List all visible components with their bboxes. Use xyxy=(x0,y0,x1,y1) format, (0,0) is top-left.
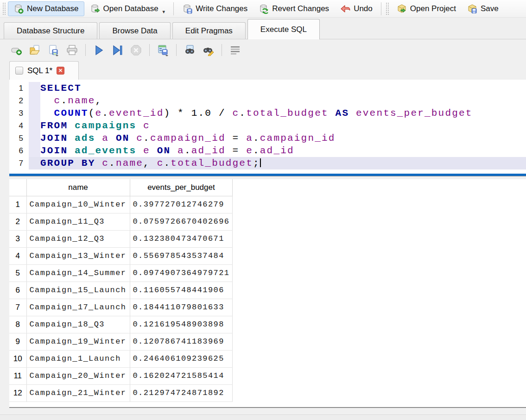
editor-results-splitter[interactable] xyxy=(9,174,526,179)
table-row[interactable]: 11Campaign_20_Winter0.162024721585414 xyxy=(9,367,233,384)
editor-line[interactable]: 1SELECT xyxy=(9,82,526,94)
events-per-budget-cell[interactable]: 0.556978543537484 xyxy=(130,247,233,264)
row-number-cell[interactable]: 7 xyxy=(9,299,26,316)
open-database-button[interactable]: Open Database ▾ xyxy=(84,1,171,16)
save-project-button[interactable]: Save xyxy=(462,1,504,16)
code-text[interactable]: GROUP BY c.name, c.total_budget; xyxy=(40,157,526,169)
new-database-button[interactable]: New Database xyxy=(8,1,84,16)
row-number-cell[interactable]: 12 xyxy=(9,384,26,401)
name-cell[interactable]: Campaign_19_Winter xyxy=(26,333,130,350)
tab-database-structure[interactable]: Database Structure xyxy=(4,22,97,39)
events-per-budget-cell[interactable]: 0.184411079801633 xyxy=(130,299,233,316)
name-cell[interactable]: Campaign_21_Winter xyxy=(26,384,130,401)
row-number-cell[interactable]: 3 xyxy=(9,230,26,247)
events-per-budget-cell[interactable]: 0.0974907364979721 xyxy=(130,264,233,282)
code-text[interactable]: SELECT xyxy=(40,82,526,94)
database-new-icon xyxy=(13,4,24,14)
events-per-budget-cell[interactable]: 0.0759726670402696 xyxy=(130,213,233,230)
column-header-events-per-budget[interactable]: events_per_budget xyxy=(130,179,233,196)
name-cell[interactable]: Campaign_11_Q3 xyxy=(26,213,130,230)
row-number-cell[interactable]: 9 xyxy=(9,333,26,350)
table-row[interactable]: 12Campaign_21_Winter0.212974724871892 xyxy=(9,384,233,401)
revert-changes-button[interactable]: Revert Changes xyxy=(253,1,335,16)
name-cell[interactable]: Campaign_18_Q3 xyxy=(26,316,130,333)
editor-line[interactable]: 6JOIN ad_events e ON a.ad_id = e.ad_id xyxy=(9,144,526,157)
sql-editor[interactable]: 1SELECT2 c.name,3 COUNT(e.event_id) * 1.… xyxy=(9,80,526,174)
events-per-budget-cell[interactable]: 0.397727012746279 xyxy=(130,196,233,213)
row-number-cell[interactable]: 8 xyxy=(9,316,26,333)
events-per-budget-cell[interactable]: 0.116055748441906 xyxy=(130,282,233,299)
new-sql-tab-button[interactable] xyxy=(10,44,23,56)
events-per-budget-cell[interactable]: 0.212974724871892 xyxy=(130,384,233,401)
table-row[interactable]: 9Campaign_19_Winter0.120786741183969 xyxy=(9,333,233,350)
events-per-budget-cell[interactable]: 0.132380473470671 xyxy=(130,230,233,247)
row-number-cell[interactable]: 5 xyxy=(9,264,26,282)
table-row[interactable]: 7Campaign_17_Launch0.184411079801633 xyxy=(9,299,233,316)
toolbar-drag-handle[interactable] xyxy=(386,3,389,15)
table-row[interactable]: 2Campaign_11_Q30.0759726670402696 xyxy=(9,213,233,230)
tab-edit-pragmas[interactable]: Edit Pragmas xyxy=(172,22,246,39)
name-cell[interactable]: Campaign_17_Launch xyxy=(26,299,130,316)
row-number-cell[interactable]: 10 xyxy=(9,350,26,367)
row-number-cell[interactable]: 6 xyxy=(9,282,26,299)
toolbar-separator xyxy=(85,44,86,56)
revert-changes-label: Revert Changes xyxy=(272,4,329,13)
code-text[interactable]: JOIN ads a ON c.campaign_id = a.campaign… xyxy=(40,132,526,144)
editor-line[interactable]: 2 c.name, xyxy=(9,94,526,107)
code-text[interactable]: FROM campaigns c xyxy=(40,119,526,132)
close-icon[interactable]: ✕ xyxy=(57,67,64,75)
events-per-budget-cell[interactable]: 0.162024721585414 xyxy=(130,367,233,384)
row-number-cell[interactable]: 11 xyxy=(9,367,26,384)
table-row[interactable]: 1Campaign_10_Winter0.397727012746279 xyxy=(9,196,233,213)
name-cell[interactable]: Campaign_20_Winter xyxy=(26,367,130,384)
editor-line[interactable]: 7GROUP BY c.name, c.total_budget; xyxy=(9,157,526,169)
editor-line[interactable]: 4FROM campaigns c xyxy=(9,119,526,132)
code-text[interactable]: c.name, xyxy=(40,94,526,107)
database-revert-icon xyxy=(259,4,269,14)
execute-all-button[interactable] xyxy=(93,44,105,56)
editor-line[interactable]: 3 COUNT(e.event_id) * 1.0 / c.total_budg… xyxy=(9,107,526,119)
name-cell[interactable]: Campaign_15_Launch xyxy=(26,282,130,299)
undo-button[interactable]: Undo xyxy=(335,1,378,16)
tab-execute-sql[interactable]: Execute SQL xyxy=(247,19,320,39)
name-cell[interactable]: Campaign_10_Winter xyxy=(26,196,130,213)
table-row[interactable]: 8Campaign_18_Q30.121619548903898 xyxy=(9,316,233,333)
execute-current-line-button[interactable] xyxy=(111,44,124,56)
corner-header-cell[interactable] xyxy=(9,179,26,196)
table-row[interactable]: 5Campaign_14_Summer0.0974907364979721 xyxy=(9,264,233,282)
code-text[interactable]: COUNT(e.event_id) * 1.0 / c.total_budget… xyxy=(40,107,526,119)
events-per-budget-cell[interactable]: 0.121619548903898 xyxy=(130,316,233,333)
column-header-name[interactable]: name xyxy=(26,179,130,196)
save-sql-file-button[interactable] xyxy=(47,44,60,56)
events-per-budget-cell[interactable]: 0.120786741183969 xyxy=(130,333,233,350)
find-button[interactable] xyxy=(184,44,196,56)
name-cell[interactable]: Campaign_12_Q3 xyxy=(26,230,130,247)
find-replace-button[interactable] xyxy=(202,44,215,56)
undo-label: Undo xyxy=(354,4,373,13)
name-cell[interactable]: Campaign_1_Launch xyxy=(26,350,130,367)
name-cell[interactable]: Campaign_14_Summer xyxy=(26,264,130,282)
code-text[interactable]: JOIN ad_events e ON a.ad_id = e.ad_id xyxy=(40,144,526,157)
table-row[interactable]: 3Campaign_12_Q30.132380473470671 xyxy=(9,230,233,247)
tab-browse-data[interactable]: Browse Data xyxy=(99,22,170,39)
fold-margin xyxy=(29,119,40,132)
table-row[interactable]: 4Campaign_13_Winter0.556978543537484 xyxy=(9,247,233,264)
open-sql-file-button[interactable] xyxy=(29,44,41,56)
row-number-cell[interactable]: 4 xyxy=(9,247,26,264)
sql-tab[interactable]: SQL 1* ✕ xyxy=(9,61,79,80)
print-button[interactable] xyxy=(66,44,78,56)
table-row[interactable]: 6Campaign_15_Launch0.116055748441906 xyxy=(9,282,233,299)
name-cell[interactable]: Campaign_13_Winter xyxy=(26,247,130,264)
tab-label: Browse Data xyxy=(112,26,157,36)
word-wrap-button[interactable] xyxy=(229,44,241,56)
open-project-button[interactable]: Open Project xyxy=(391,1,462,16)
save-results-button[interactable] xyxy=(157,44,169,56)
write-changes-button[interactable]: Write Changes xyxy=(177,1,253,16)
toolbar-drag-handle[interactable] xyxy=(3,3,6,15)
table-row[interactable]: 10Campaign_1_Launch0.246406109239625 xyxy=(9,350,233,367)
events-per-budget-cell[interactable]: 0.246406109239625 xyxy=(130,350,233,367)
bottom-panel xyxy=(0,407,526,420)
row-number-cell[interactable]: 1 xyxy=(9,196,26,213)
row-number-cell[interactable]: 2 xyxy=(9,213,26,230)
editor-line[interactable]: 5JOIN ads a ON c.campaign_id = a.campaig… xyxy=(9,132,526,144)
